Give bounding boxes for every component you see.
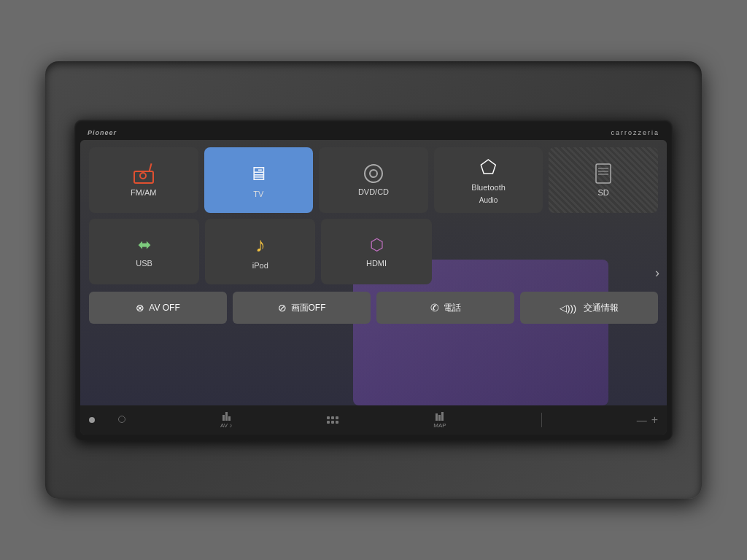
nav-ctrl[interactable]: MAP: [433, 412, 446, 429]
dvdcd-label: DVD/CD: [358, 187, 389, 196]
media-row-2: ⬌ USB ♪ iPod ⬡ HDMI: [89, 219, 658, 284]
screenoff-label: 画面OFF: [291, 302, 326, 314]
head-unit: Pioneer carrozzeria FM/AM: [74, 120, 673, 440]
menu-area: FM/AM 🖥 TV DVD/CD ⬠ Blue: [80, 140, 667, 405]
fmam-button[interactable]: FM/AM: [89, 147, 198, 213]
ctrl-center: [327, 416, 338, 424]
phone-button[interactable]: ✆ 電話: [376, 292, 514, 324]
hdmi-label: HDMI: [366, 259, 387, 268]
usb-button[interactable]: ⬌ USB: [89, 219, 199, 284]
screenoff-button[interactable]: ⊘ 画面OFF: [233, 292, 371, 324]
phone-label: 電話: [444, 302, 461, 314]
note-icon: ♪: [255, 233, 266, 257]
vol-minus[interactable]: —: [637, 414, 647, 426]
av-icon: [222, 412, 231, 421]
ctrl-right: — +: [637, 413, 658, 427]
map-label: MAP: [433, 422, 446, 429]
hdmi-button[interactable]: ⬡ HDMI: [321, 219, 431, 284]
ctrl-dot-1: [89, 417, 95, 423]
tv-icon: 🖥: [249, 163, 268, 185]
av-label: AV ♪: [220, 422, 232, 429]
traffic-button[interactable]: ◁))) 交通情報: [520, 292, 658, 324]
plus-icon: +: [651, 413, 658, 427]
speaker-icon: ◁))): [560, 303, 579, 314]
disc-icon: [364, 164, 383, 183]
traffic-label: 交通情報: [584, 302, 619, 314]
ctrl-knob-item[interactable]: [118, 416, 125, 424]
ctrl-center-left: AV ♪: [220, 412, 232, 429]
x-icon: ⊗: [136, 302, 144, 314]
tv-button[interactable]: 🖥 TV: [204, 147, 314, 213]
nav-icon: [436, 412, 444, 421]
usb-icon: ⬌: [138, 236, 151, 254]
ctrl-center-right: MAP: [433, 412, 446, 429]
bt-label1: Bluetooth: [471, 183, 505, 192]
filler: [438, 219, 658, 284]
action-bar: ⊗ AV OFF ⊘ 画面OFF ✆ 電話 ◁))) 交通情報: [89, 292, 658, 324]
bt-icon: ⬠: [480, 156, 497, 179]
dvdcd-button[interactable]: DVD/CD: [319, 147, 428, 213]
usb-label: USB: [136, 259, 152, 268]
bluetooth-button[interactable]: ⬠ Bluetooth Audio: [434, 147, 543, 213]
sd-button[interactable]: SD: [549, 147, 658, 213]
main-screen: FM/AM 🖥 TV DVD/CD ⬠ Blue: [80, 140, 667, 435]
ctrl-dot-item[interactable]: [89, 417, 95, 423]
ctrl-dot-2: [118, 416, 125, 423]
car-surround: Pioneer carrozzeria FM/AM: [45, 61, 702, 499]
sd-icon: [595, 163, 611, 184]
minus-icon: —: [637, 414, 647, 426]
controls-bar: AV ♪: [80, 405, 667, 435]
fmam-label: FM/AM: [131, 188, 156, 197]
phone-icon: ✆: [430, 302, 439, 314]
menu-ctrl[interactable]: [327, 416, 338, 424]
chevron-right-icon[interactable]: ›: [655, 265, 659, 281]
avoff-label: AV OFF: [149, 303, 179, 313]
ctrl-left: [89, 416, 125, 424]
pioneer-logo: Pioneer: [88, 129, 117, 136]
media-row-1: FM/AM 🖥 TV DVD/CD ⬠ Blue: [89, 147, 658, 213]
carrozzeria-logo: carrozzeria: [611, 129, 659, 136]
bt-label2: Audio: [479, 196, 498, 204]
sd-label: SD: [598, 188, 609, 197]
ipod-label: iPod: [252, 261, 268, 270]
ipod-button[interactable]: ♪ iPod: [205, 219, 315, 284]
menu-icon: [327, 416, 338, 424]
hdmi-icon: ⬡: [370, 236, 384, 254]
brand-bar: Pioneer carrozzeria: [80, 125, 667, 140]
svg-rect-0: [596, 164, 611, 183]
tv-label: TV: [253, 190, 263, 198]
radio-icon: [132, 163, 155, 184]
av-ctrl[interactable]: AV ♪: [220, 412, 232, 429]
avoff-button[interactable]: ⊗ AV OFF: [89, 292, 227, 324]
screen-icon: ⊘: [278, 302, 287, 314]
ctrl-divider: [541, 413, 542, 427]
vol-plus[interactable]: +: [651, 413, 658, 427]
